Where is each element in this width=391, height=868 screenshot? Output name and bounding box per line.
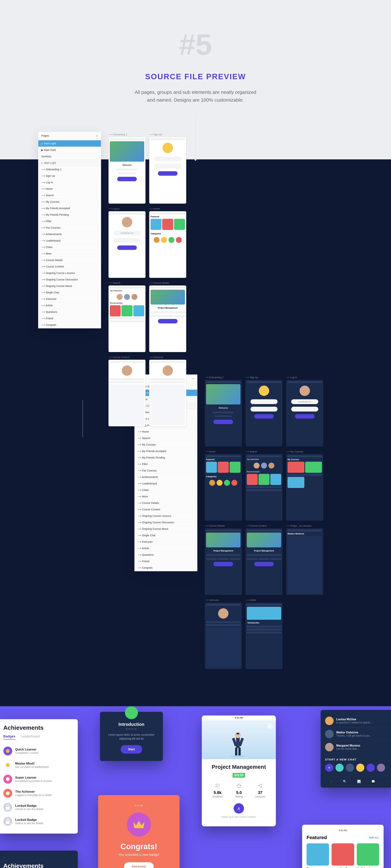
featured-course[interactable]: Business Management$19.99 [307,843,329,868]
page-item[interactable]: ⟶ Home [38,186,101,192]
artboard-preview[interactable]: Project Management [149,285,186,352]
download-button[interactable] [234,803,244,813]
tab-home-icon[interactable]: ⌂ [330,780,332,783]
chat-row[interactable]: Louisa McGeeIs question 2 related to que… [325,714,391,727]
page-item[interactable]: ⟶ My Friends Accepted [38,205,101,212]
artboard-preview[interactable]: Top InstructorsRecommended [109,285,146,352]
tab-leaderboard[interactable]: Leaderboard [21,735,40,740]
artboard-preview[interactable]: Welcome [205,380,242,446]
chat-avatar[interactable] [356,764,364,772]
page-item[interactable]: ⟶ Friend [134,558,197,565]
page-item[interactable]: ⟶ Log In [38,179,101,186]
page-main-dark[interactable]: ▶ Main Dark [38,147,101,153]
chat-avatar[interactable] [377,764,385,772]
chat-row[interactable]: Walter OsborneThanks, I will get back to… [325,727,391,741]
page-item[interactable]: ⟶ My Friends Accepted [134,448,197,455]
page-item[interactable]: ⟶ Ongoing Course Discussion [134,519,197,526]
artboard-preview[interactable]: Welcome [109,137,146,204]
chat-avatar[interactable] [335,764,343,772]
badge-row[interactable]: The AchieverLogged in everyday for a mon… [3,786,72,800]
artboard-preview[interactable]: Project Management [205,528,242,595]
page-item[interactable]: ⟶ Course Content [38,264,101,270]
page-item[interactable]: ⟶ Course Content [134,506,197,513]
badge-row[interactable]: Quick LearnerCompleted 1 course [3,744,72,758]
page-symbols[interactable]: Symbols [38,153,101,160]
page-section[interactable]: ▷ Main Light [38,160,101,166]
artboard-preview[interactable]: nima@email.com [286,380,323,446]
page-item[interactable]: ⟶ Single Chat [134,532,197,539]
artboard-preview[interactable] [109,360,146,426]
page-item[interactable]: ⟶ Ongoing Course Discussion [38,276,101,283]
page-item[interactable]: ⟶ My Courses [134,441,197,448]
badge-row[interactable]: Locked BadgeUnlock to see the details [3,814,72,828]
tab-stats-icon[interactable]: 📊 [357,780,361,783]
page-item[interactable]: ⟶ Chats [134,487,197,493]
page-item[interactable]: ⟶ Instructor [134,539,197,545]
page-item[interactable]: ⟶ Ongoing Course About [134,526,197,532]
artboard-preview[interactable]: FeaturedCategories [149,211,186,278]
featured-course[interactable]: Medicine & Biology Basic$10.98 [357,843,379,868]
page-item[interactable]: ⟶ Single Chat [38,289,101,296]
tab-chat-icon[interactable]: 💬 [371,780,375,783]
page-item[interactable]: ⟶ Questions [38,309,101,315]
artboard-preview[interactable]: My Courses [286,454,323,521]
page-item[interactable]: ⟶ Article [134,545,197,552]
tab-more-icon[interactable]: ⋯ [386,780,389,783]
page-item[interactable]: ⟶ Fav Courses [134,467,197,474]
page-item[interactable]: ⟶ Chats [38,244,101,250]
badge-row[interactable]: Super LearnerCompleted more than 5 cours… [3,772,72,786]
page-item[interactable]: ⟶ My Courses [38,198,101,205]
page-item[interactable]: ⟶ My Friends Pending [38,212,101,218]
chat-avatar[interactable] [367,764,375,772]
page-item[interactable]: ⟶ Course Details [134,500,197,506]
start-button[interactable]: Start [121,745,142,753]
page-main-light[interactable]: ▷ Main Light [38,140,101,147]
chat-avatar[interactable] [346,764,354,772]
new-chat-button[interactable]: + [325,764,333,772]
page-item[interactable]: ⟶ Filter [38,218,101,224]
artboard-preview[interactable] [149,137,186,204]
favorite-button[interactable] [267,723,273,729]
page-item[interactable]: ⟶ Sign Up [38,173,101,179]
page-item[interactable]: ⟶ My Friends Pending [134,455,197,461]
add-icon[interactable]: + [96,134,98,138]
artboard-preview[interactable]: Introduction [245,602,282,669]
artboard-preview[interactable]: Top InstructorsRecommended [245,454,282,521]
tab-search-icon[interactable]: 🔍 [343,780,347,783]
page-item[interactable]: ⟶ Achievements [38,231,101,238]
artboard-preview[interactable] [149,360,186,426]
page-item[interactable]: ⟶ Leaderboard [38,238,101,244]
badge-row[interactable]: Master Mind!Got 1st place on leaderboard [3,758,72,772]
awesome-button[interactable]: Awesome! [124,862,154,868]
page-item[interactable]: ⟶ Article [38,302,101,309]
page-item[interactable]: ⟶ Search [134,435,197,441]
page-item[interactable]: ⟶ Questions [134,552,197,558]
badge-row[interactable]: Locked BadgeUnlock to see the details [3,800,72,814]
page-item[interactable]: ⟶ More [38,250,101,257]
page-item[interactable]: ⟶ Filter [134,461,197,467]
page-item[interactable]: ⟶ Ongoing Course About [38,283,101,289]
tab-badges[interactable]: Badges [3,735,16,740]
back-icon[interactable]: ← [3,856,6,859]
page-item[interactable]: ⟶ Onboarding 1 [38,166,101,173]
artboard-preview[interactable]: Modern Medicine [286,528,323,595]
page-item[interactable]: ⟶ Fav Courses [38,224,101,231]
page-item[interactable]: ⟶ Congrats [134,565,197,571]
artboard-preview[interactable] [245,380,282,446]
page-item[interactable]: ⟶ Ongoing Course Lessons [38,270,101,276]
page-item[interactable]: ⟶ Search [38,192,101,198]
see-all-link[interactable]: SEE ALL [369,836,379,839]
page-item[interactable]: ⟶ Home [134,429,197,435]
chat-row[interactable]: Margaret MorenoLet me check that… [325,741,391,753]
add-icon[interactable]: + [192,377,194,381]
page-item[interactable]: ⟶ Achievements [134,474,197,480]
artboard-preview[interactable] [205,602,242,669]
page-item[interactable]: ⟶ Course Details [38,257,101,264]
featured-course[interactable]: Learn How To Play Guitar$16.99 [332,843,354,868]
artboard-preview[interactable]: Project Management [245,528,282,595]
page-item[interactable]: ⟶ Instructor [38,296,101,302]
page-item[interactable]: ⟶ More [134,493,197,500]
artboard-preview[interactable]: nima@email.com [109,211,146,278]
artboard-preview[interactable]: FeaturedCategories [205,454,242,521]
page-item[interactable]: ⟶ Congrats [38,322,101,328]
